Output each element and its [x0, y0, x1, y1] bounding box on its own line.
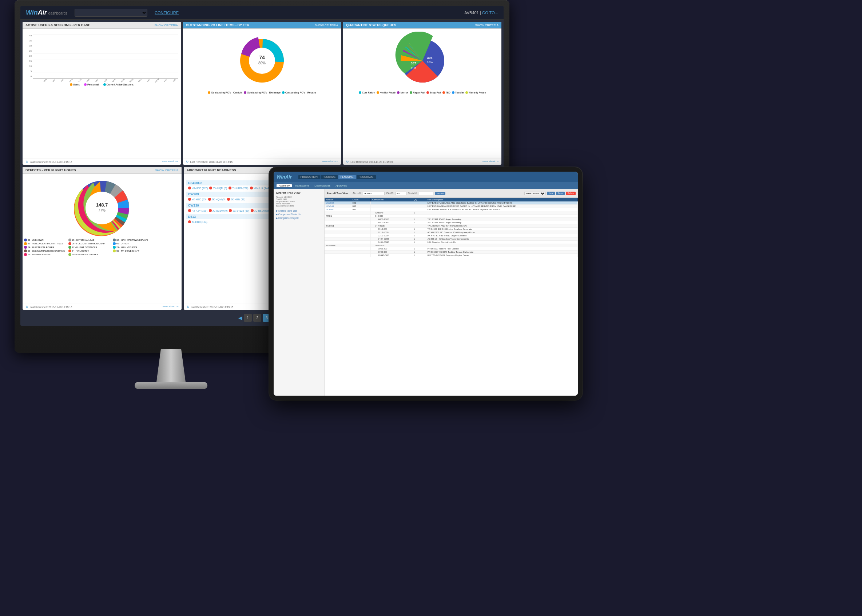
cams-input[interactable] [396, 192, 407, 195]
yk-hbn-item[interactable]: YK-HBN (230) [229, 187, 249, 189]
yk-huk-item[interactable]: YK-HUK (144) [250, 187, 270, 189]
cell-comp: 3118-000 [370, 228, 412, 231]
active-users-footer: ↻ Last Refreshed: 2018-11-28 11:15:15 ww… [22, 159, 181, 165]
subtab-approvals[interactable]: Approvals [333, 184, 349, 187]
configure-link[interactable]: CONFIGURE [154, 11, 179, 15]
active-users-content: 40 35 30 25 20 15 10 5 0 [22, 29, 181, 159]
save-button[interactable]: Save [556, 192, 565, 195]
cell-cams [351, 241, 370, 244]
cell-comp: 340K-0008 [370, 237, 412, 241]
top-row: ACTIVE USERS & SESSIONS - PER BASE SHOW … [22, 22, 501, 165]
cell-aircraft[interactable]: LKY802 [325, 201, 351, 205]
defects-link[interactable]: www.winair.ca [163, 305, 179, 309]
table-row: AK01-0200 1 YP1 97471 A5450 Auger Assemb… [325, 218, 578, 221]
aircraft-input[interactable] [363, 192, 385, 195]
po-link[interactable]: www.winair.ca [322, 160, 338, 163]
dashboard-select[interactable] [75, 9, 147, 17]
transfer-dot [452, 91, 454, 94]
warranty-dot [465, 91, 468, 94]
yk-hbd-item[interactable]: YK-HBD (226) [188, 187, 208, 189]
personnel-label: Personnel [87, 83, 99, 86]
jc-b6148-item[interactable]: JC-B6148 (83) [251, 209, 271, 212]
defects-criteria[interactable]: SHOW CRITERIA [155, 169, 178, 172]
go-to-link[interactable]: GO TO... [482, 11, 498, 15]
tablet-logo-win: Win [277, 174, 285, 180]
aircraft-label: Aircraft: [353, 192, 361, 195]
bar-chart: 40 35 30 25 20 15 10 5 0 [25, 35, 178, 82]
tablet: WinAir PRODUCTION RECORDS PLANNING PROGR… [269, 167, 582, 400]
jc-b3149-item[interactable]: JC-B3149 (0) [209, 209, 228, 212]
tab-planning[interactable]: PLANNING [339, 175, 356, 179]
delete-button[interactable]: Delete [566, 192, 576, 195]
serial-input[interactable] [419, 192, 433, 195]
cell-comp [370, 208, 412, 211]
cell-qty: 1 [412, 237, 426, 241]
cw209-hbn-item[interactable]: ZK-HBN (23) [227, 198, 245, 201]
tab-production[interactable]: PRODUCTION [298, 175, 320, 179]
p3-nzy-item[interactable]: P3-NZY (100) [188, 209, 207, 212]
active-users-header: ACTIVE USERS & SESSIONS - PER BASE SHOW … [22, 22, 181, 29]
cell-comp [370, 205, 412, 208]
cell-aircraft[interactable]: LKY901 [325, 208, 351, 211]
quarantine-link[interactable]: www.winair.ca [482, 160, 498, 163]
defects-pie-chart: 148.7 77% [69, 175, 135, 237]
cell-qty: 1 [412, 211, 426, 215]
tree-item-compliance[interactable]: ▶ Compliance Report [276, 216, 322, 220]
unknown-dot [24, 239, 27, 242]
cell-qty: 1 [412, 241, 426, 244]
table-row: TURBINE 7050-200 [325, 244, 578, 247]
tree-item-component-tasks[interactable]: ▶ Component Tasks List [276, 213, 322, 216]
cell-aircraft[interactable]: LKY846 [325, 205, 351, 208]
new-button[interactable]: New [547, 192, 555, 195]
cell-qty: 1 [412, 254, 426, 257]
cell-desc: LKY BASE FUSELAGE AND ENGINES, BASED IN … [426, 201, 577, 205]
cell-qty: 1 [412, 221, 426, 225]
active-users-criteria[interactable]: SHOW CRITERIA [154, 24, 178, 27]
cell-aircraft [325, 237, 351, 241]
defects-refresh-icon: ↻ [25, 305, 28, 309]
tree-item-aircraft-tasks[interactable]: ▶ Aircraft Tasks List [276, 209, 322, 213]
page-2-btn[interactable]: 2 [253, 314, 261, 322]
cell-comp: 3211-1000 [370, 234, 412, 237]
hold-repair-label: Hold for Repair [380, 91, 396, 94]
readiness-refresh: Last Refreshed: 2018-11-28 11:15:15 [191, 306, 233, 308]
yk-hqm-item[interactable]: YK-HQM (0) [209, 187, 227, 189]
cell-comp: AK02-0200 [370, 221, 412, 225]
table-row: Airframe 1 [325, 211, 578, 215]
po-exchange-label: Outstanding PO's - Exchange [247, 91, 281, 94]
subtab-discrepancies[interactable]: Discrepancies [312, 184, 333, 187]
legend-users: Users [70, 83, 80, 86]
scrap-part-dot [427, 91, 429, 94]
tab-records[interactable]: RECORDS [321, 175, 338, 179]
active-users-link[interactable]: www.winair.ca [162, 160, 178, 163]
jc-b4128-item[interactable]: JC-B4128 (69) [229, 209, 249, 212]
cell-qty: 1 [412, 218, 426, 221]
prev-arrow[interactable]: ◀ [238, 315, 242, 321]
page-1-btn[interactable]: 1 [244, 314, 252, 322]
cw209-hqm-item[interactable]: ZK-HQM (5) [208, 198, 225, 201]
quarantine-header: QUARANTINE STATUS QUEUES SHOW CRITERIA [343, 22, 501, 29]
base-division-select[interactable]: Base Division [524, 192, 546, 195]
cell-desc: YP1 97471 A5450 Auger Assembly [426, 221, 577, 225]
subtab-assembly[interactable]: Assembly [277, 184, 292, 187]
search-button[interactable]: Search [435, 192, 445, 195]
cell-desc: AC 6H-15 HC Gearbox/Trans Components [426, 237, 577, 241]
cell-comp: 7700-300 [370, 251, 412, 254]
monitor-dot [397, 91, 400, 94]
cw209-hbd-item[interactable]: YK-HBD (65) [188, 198, 207, 201]
quarantine-title: QUARANTINE STATUS QUEUES [346, 23, 396, 27]
table-row: 340K-000B 1 LRL Gearbox Control Unit-Up [325, 241, 578, 244]
table-row: 7050-200 1 PR 965027 Turbine Fuel Contro… [325, 247, 578, 251]
svg-point-1 [249, 48, 275, 74]
table-row: 7099B-502 1 IXF T76-3432-022 Germany Eng… [325, 254, 578, 257]
po-criteria[interactable]: SHOW CRITERIA [315, 24, 338, 27]
quarantine-criteria[interactable]: SHOW CRITERIA [475, 24, 498, 27]
cell-cams: 846 [351, 205, 370, 208]
top-bar: WinAir dashboards CONFIGURE AVB401 | GO … [20, 6, 504, 20]
tab-programs[interactable]: PROGRAMS [356, 175, 376, 179]
hold-repair-dot [377, 91, 379, 94]
subtab-transactions[interactable]: Transactions [293, 184, 312, 187]
54-hbd-item[interactable]: 54-HBD (194) [188, 220, 207, 223]
yk-hqm-label: YK-HQM (0) [213, 187, 227, 189]
tablet-main: Aircraft Tree View Aircraft: CAMS: Seria… [325, 189, 578, 396]
